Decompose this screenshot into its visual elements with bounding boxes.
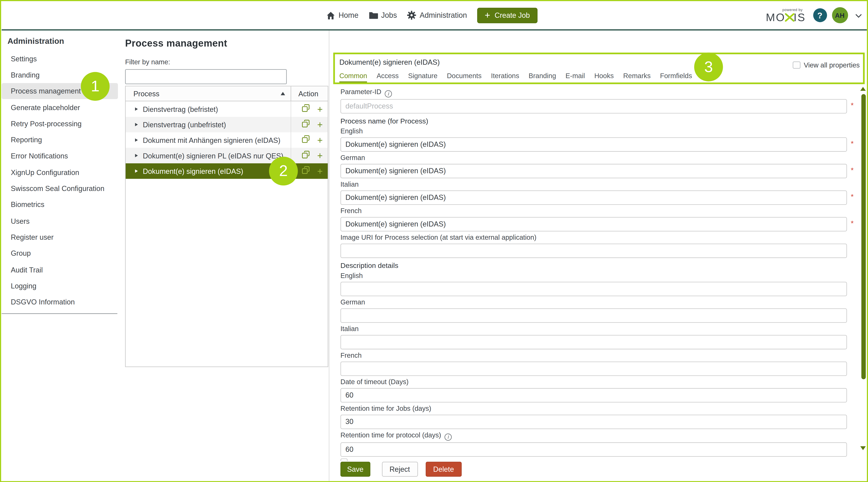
required-asterisk: * bbox=[851, 219, 854, 227]
desc-english-label: English bbox=[340, 271, 847, 280]
sidebar-item-swisscom-seal-configuration[interactable]: Swisscom Seal Configuration bbox=[1, 180, 118, 197]
retention-jobs-label: Retention time for Jobs (days) bbox=[340, 404, 847, 413]
plus-icon: + bbox=[485, 10, 490, 20]
page-title: Process management bbox=[125, 37, 329, 49]
desc-german-input[interactable] bbox=[340, 308, 847, 323]
header-divider bbox=[1, 29, 867, 30]
required-asterisk: * bbox=[851, 192, 854, 201]
tab-common[interactable]: Common bbox=[339, 71, 367, 82]
moxis-logo: powered by MO IS bbox=[766, 7, 806, 24]
view-all-properties[interactable]: View all properties bbox=[793, 61, 860, 69]
add-icon[interactable]: + bbox=[317, 135, 323, 145]
question-mark-icon: ? bbox=[817, 10, 823, 20]
nav-item-jobs[interactable]: Jobs bbox=[369, 11, 397, 19]
scroll-down-arrow-icon[interactable] bbox=[860, 446, 866, 450]
add-icon[interactable]: + bbox=[317, 151, 323, 160]
sidebar-item-group[interactable]: Group bbox=[1, 245, 118, 262]
tab-email[interactable]: E-mail bbox=[565, 71, 585, 82]
expand-caret-icon[interactable] bbox=[135, 170, 138, 173]
expand-caret-icon[interactable] bbox=[135, 139, 138, 142]
image-uri-label: Image URI for Process selection (at star… bbox=[340, 233, 847, 242]
expand-caret-icon[interactable] bbox=[135, 123, 138, 126]
parameter-id-input[interactable] bbox=[340, 99, 847, 113]
filter-by-name-input[interactable] bbox=[125, 69, 287, 84]
scroll-up-arrow-icon[interactable] bbox=[860, 87, 866, 91]
tab-remarks[interactable]: Remarks bbox=[623, 71, 651, 82]
view-all-properties-checkbox[interactable] bbox=[793, 61, 801, 69]
sidebar-item-biometrics[interactable]: Biometrics bbox=[1, 197, 118, 213]
nav-item-administration[interactable]: Administration bbox=[407, 10, 467, 20]
main-nav: Home Jobs bbox=[326, 1, 537, 29]
table-row[interactable]: Dokument mit Anhängen signieren (eIDAS) … bbox=[126, 132, 328, 148]
sidebar-item-xignup-configuration[interactable]: XignUp Configuration bbox=[1, 164, 118, 180]
timeout-input[interactable] bbox=[340, 388, 847, 402]
desc-english-input[interactable] bbox=[340, 281, 847, 296]
sidebar-item-error-notifications[interactable]: Error Notifications bbox=[1, 148, 118, 164]
name-italian-input[interactable] bbox=[340, 190, 847, 205]
retention-jobs-input[interactable] bbox=[340, 414, 847, 429]
sidebar-item-generate-placeholder[interactable]: Generate placeholder bbox=[1, 99, 118, 115]
tab-hooks[interactable]: Hooks bbox=[594, 71, 614, 82]
image-uri-input[interactable] bbox=[340, 243, 847, 258]
sidebar-item-retry-post-processing[interactable]: Retry Post-processing bbox=[1, 116, 118, 132]
duplicate-icon[interactable] bbox=[302, 166, 310, 176]
tab-formfields[interactable]: Formfields bbox=[660, 71, 692, 82]
sidebar-item-dsgvo-information[interactable]: DSGVO Information bbox=[1, 294, 118, 310]
avatar-initials: AH bbox=[835, 11, 845, 19]
sidebar-item-register-user[interactable]: Register user bbox=[1, 229, 118, 245]
delete-button[interactable]: Delete bbox=[426, 461, 462, 477]
table-row[interactable]: Dokument(e) signieren PL (eIDAS nur QES)… bbox=[126, 148, 328, 163]
tab-documents[interactable]: Documents bbox=[447, 71, 482, 82]
name-english-label: English bbox=[340, 127, 847, 135]
duplicate-icon[interactable] bbox=[302, 120, 310, 130]
reject-button[interactable]: Reject bbox=[382, 461, 417, 477]
process-detail-panel: Dokument(e) signieren (eIDAS) Common Acc… bbox=[330, 30, 867, 481]
desc-italian-input[interactable] bbox=[340, 335, 847, 349]
duplicate-icon[interactable] bbox=[302, 104, 310, 114]
filter-label: Filter by name: bbox=[125, 58, 329, 65]
powered-by-text: powered by bbox=[782, 8, 803, 12]
duplicate-icon[interactable] bbox=[302, 135, 310, 145]
info-icon[interactable]: i bbox=[385, 90, 392, 97]
table-row[interactable]: Dienstvertrag (unbefristet) + bbox=[126, 117, 328, 132]
process-form: Parameter-IDi * Process name (for Proces… bbox=[340, 86, 847, 461]
sidebar-item-users[interactable]: Users bbox=[1, 213, 118, 229]
info-icon[interactable]: i bbox=[444, 433, 452, 440]
name-german-input[interactable] bbox=[340, 163, 847, 178]
tab-branding[interactable]: Branding bbox=[529, 71, 556, 82]
scrollbar-thumb[interactable] bbox=[861, 94, 865, 379]
expand-caret-icon[interactable] bbox=[135, 154, 138, 157]
add-icon[interactable]: + bbox=[317, 166, 323, 176]
expand-caret-icon[interactable] bbox=[135, 107, 138, 111]
name-italian-label: Italian bbox=[340, 180, 847, 188]
save-button[interactable]: Save bbox=[340, 461, 370, 477]
table-header: Process Action bbox=[126, 86, 328, 101]
panel-scrollbar[interactable] bbox=[861, 87, 866, 452]
user-avatar[interactable]: AH bbox=[832, 7, 848, 23]
callout-badge-3: 3 bbox=[694, 53, 723, 82]
duplicate-icon[interactable] bbox=[302, 151, 310, 160]
sidebar-item-audit-trail[interactable]: Audit Trail bbox=[1, 262, 118, 278]
tab-access[interactable]: Access bbox=[377, 71, 399, 82]
help-button[interactable]: ? bbox=[813, 8, 827, 22]
tab-iterations[interactable]: Iterations bbox=[491, 71, 519, 82]
view-all-properties-label: View all properties bbox=[804, 61, 860, 69]
process-name-section-header: Process name (for Process) bbox=[340, 117, 847, 125]
add-icon[interactable]: + bbox=[317, 120, 323, 129]
sidebar-item-settings[interactable]: Settings bbox=[1, 51, 118, 67]
table-row[interactable]: Dienstvertrag (befristet) + bbox=[126, 101, 328, 117]
nav-item-home[interactable]: Home bbox=[326, 11, 359, 20]
add-icon[interactable]: + bbox=[317, 104, 323, 114]
sidebar-item-logging[interactable]: Logging bbox=[1, 278, 118, 294]
name-french-input[interactable] bbox=[340, 217, 847, 231]
create-job-button[interactable]: + Create Job bbox=[477, 7, 537, 23]
top-bar: Home Jobs bbox=[1, 1, 867, 29]
retention-protocol-input[interactable] bbox=[340, 442, 847, 456]
user-menu-toggle[interactable] bbox=[855, 10, 862, 20]
column-header-process[interactable]: Process bbox=[126, 86, 291, 101]
desc-french-input[interactable] bbox=[340, 361, 847, 375]
column-header-action: Action bbox=[291, 86, 328, 101]
name-english-input[interactable] bbox=[340, 137, 847, 152]
tab-signature[interactable]: Signature bbox=[408, 71, 438, 82]
sidebar-item-reporting[interactable]: Reporting bbox=[1, 132, 118, 148]
